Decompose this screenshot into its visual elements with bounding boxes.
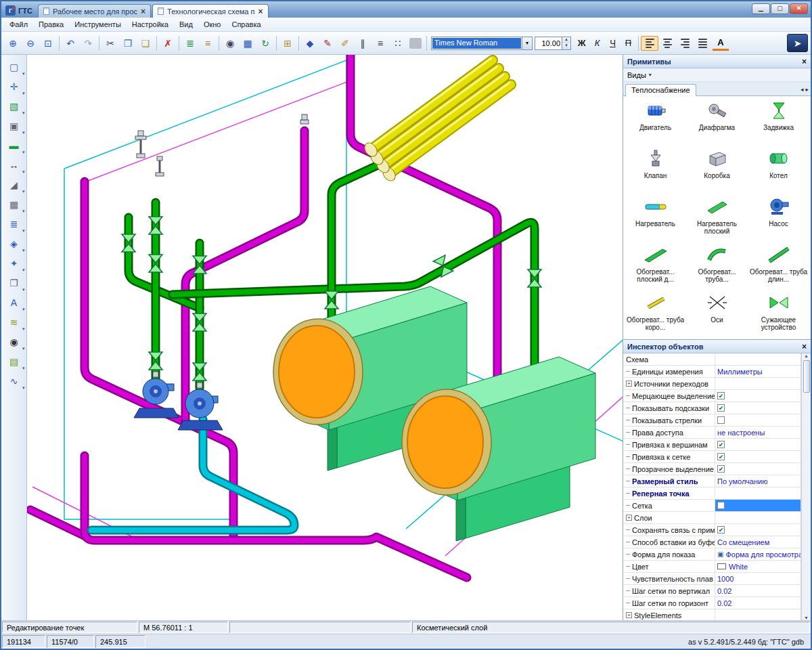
- align-right-button[interactable]: [676, 36, 694, 51]
- menu-Настройка[interactable]: Настройка: [127, 19, 174, 30]
- refresh-icon[interactable]: ↻: [256, 35, 274, 51]
- expand-icon[interactable]: +: [626, 612, 632, 618]
- checkbox[interactable]: ✔: [717, 404, 725, 412]
- hatch-tool[interactable]: ▦▾: [3, 195, 25, 214]
- property-value[interactable]: White: [715, 561, 800, 572]
- checkbox[interactable]: ✔: [717, 441, 725, 448]
- cut-icon[interactable]: ✂: [102, 35, 119, 51]
- maximize-button[interactable]: ▢: [771, 3, 789, 14]
- property-value[interactable]: ✔: [715, 402, 800, 414]
- inspector-row[interactable]: Единицы измеренияМиллиметры: [623, 366, 800, 378]
- property-value[interactable]: [715, 500, 800, 511]
- primitive-item[interactable]: Обогреват... труба длин...: [748, 244, 809, 292]
- rect-tool[interactable]: ▬▾: [3, 136, 25, 155]
- close-icon[interactable]: ×: [802, 57, 807, 66]
- chevron-down-icon[interactable]: ▾: [22, 71, 25, 77]
- align-justify-button[interactable]: [694, 36, 711, 51]
- pan-tool[interactable]: ✛▾: [3, 77, 25, 96]
- inspector-row[interactable]: Привязка к вершинам✔: [623, 439, 800, 451]
- checkbox[interactable]: [717, 502, 725, 509]
- frame-tool[interactable]: ▣▾: [3, 116, 25, 135]
- inspector-row[interactable]: Сетка: [623, 500, 800, 512]
- chevron-down-icon[interactable]: ▾: [22, 326, 25, 332]
- property-value[interactable]: 0.02: [715, 585, 800, 597]
- menu-Файл[interactable]: Файл: [4, 19, 33, 30]
- chevron-down-icon[interactable]: ▾: [22, 209, 25, 214]
- zoom-fit-icon[interactable]: ⊡: [39, 35, 57, 51]
- inspector-row[interactable]: Шаг сетки по вертикал0.02: [623, 585, 800, 597]
- logo-button[interactable]: ➤: [787, 34, 808, 52]
- scrollbar-thumb[interactable]: [803, 360, 810, 393]
- minimize-button[interactable]: ▁: [752, 3, 770, 14]
- chevron-down-icon[interactable]: ▾: [22, 130, 25, 135]
- expand-icon[interactable]: +: [626, 381, 632, 387]
- property-value[interactable]: ✔: [715, 463, 800, 475]
- chevron-down-icon[interactable]: ▾: [22, 110, 25, 116]
- inspector-row[interactable]: Привязка к сетке✔: [623, 451, 800, 463]
- redo-icon[interactable]: ↷: [79, 35, 97, 51]
- inspector-row[interactable]: Способ вставки из буфеСо смещением: [623, 536, 800, 548]
- search-tool[interactable]: ◉▾: [3, 332, 25, 351]
- chevron-down-icon[interactable]: ▾: [522, 37, 532, 49]
- align-center-button[interactable]: [658, 36, 676, 51]
- outline-tool[interactable]: ≣▾: [3, 215, 25, 234]
- property-value[interactable]: ✔: [715, 390, 800, 402]
- inspector-row[interactable]: +Слои: [623, 512, 800, 524]
- primitive-item[interactable]: Клапан: [625, 148, 686, 196]
- chevron-down-icon[interactable]: ▾: [22, 91, 25, 96]
- fill-color-icon[interactable]: ◆: [301, 35, 319, 51]
- copy-icon[interactable]: ❐: [119, 35, 137, 51]
- primitive-item[interactable]: Котел: [748, 148, 809, 196]
- checkbox[interactable]: ✔: [717, 465, 725, 473]
- tab-close-icon[interactable]: ×: [141, 8, 145, 15]
- dimension-tool[interactable]: ↔▾: [3, 156, 25, 175]
- spin-up-icon[interactable]: ▲: [562, 37, 570, 43]
- inspector-row[interactable]: Форма для показа▣Форма для просмотра схе: [623, 548, 800, 561]
- property-value[interactable]: Миллиметры: [715, 366, 800, 377]
- property-value[interactable]: По умолчанию: [715, 475, 800, 487]
- canvas-area[interactable]: [27, 55, 623, 620]
- layers-stack-tool[interactable]: ≋▾: [3, 313, 25, 332]
- primitive-item[interactable]: Коробка: [686, 148, 748, 196]
- chevron-down-icon[interactable]: ▾: [22, 385, 25, 391]
- menu-Вид[interactable]: Вид: [174, 19, 198, 30]
- dots-icon[interactable]: ∷: [389, 35, 407, 51]
- font-size-stepper[interactable]: 10.00 ▲▼: [535, 37, 571, 50]
- inspector-row[interactable]: +StyleElements: [623, 609, 800, 620]
- pen-icon[interactable]: ✎: [319, 35, 336, 51]
- columns-icon[interactable]: ∥: [354, 35, 371, 51]
- chevron-down-icon[interactable]: ▾: [22, 267, 25, 273]
- lines-icon[interactable]: ≡: [371, 35, 389, 51]
- inspector-row[interactable]: Права доступане настроены: [623, 427, 800, 439]
- zoom-out-icon[interactable]: ⊖: [22, 35, 39, 51]
- checkbox[interactable]: ✔: [717, 453, 725, 460]
- spinner-arrows[interactable]: ▲▼: [562, 37, 570, 49]
- property-value[interactable]: 0.02: [715, 597, 800, 609]
- inspector-row[interactable]: ЦветWhite: [623, 561, 800, 573]
- zoom-in-icon[interactable]: ⊕: [4, 35, 22, 51]
- checkbox[interactable]: ✔: [717, 526, 725, 534]
- items-list-icon[interactable]: ≡: [199, 35, 217, 51]
- scroll-left-icon[interactable]: ◂: [800, 86, 804, 93]
- primitive-item[interactable]: Обогреват... труба...: [686, 244, 748, 292]
- scroll-up-icon[interactable]: ▲: [804, 353, 809, 358]
- chevron-down-icon[interactable]: ▾: [22, 346, 25, 351]
- inspector-row[interactable]: Шаг сетки по горизонт0.02: [623, 597, 800, 609]
- chevron-down-icon[interactable]: ▾: [22, 248, 25, 253]
- primitive-item[interactable]: Нагреватель: [625, 196, 686, 244]
- property-value[interactable]: [715, 488, 800, 499]
- property-value[interactable]: [715, 353, 800, 365]
- italic-button[interactable]: К: [589, 36, 605, 51]
- primitive-item[interactable]: Двигатель: [625, 100, 686, 148]
- font-family-select[interactable]: Times New Roman ▾: [431, 37, 533, 50]
- scroll-down-icon[interactable]: ▼: [804, 615, 809, 620]
- primitive-item[interactable]: Нагреватель плоский: [686, 196, 748, 244]
- paste-icon[interactable]: ❏: [137, 35, 154, 51]
- chevron-down-icon[interactable]: ▾: [22, 169, 25, 175]
- inspector-row[interactable]: Показывать подсказки✔: [623, 402, 800, 414]
- hook-tool[interactable]: ∿▾: [3, 372, 25, 391]
- notebook-tool[interactable]: ▤▾: [3, 352, 25, 371]
- strike-button[interactable]: П: [621, 36, 636, 51]
- primitive-item[interactable]: Оси: [686, 292, 748, 339]
- inspector-row[interactable]: Чувствительность плав1000: [623, 573, 800, 585]
